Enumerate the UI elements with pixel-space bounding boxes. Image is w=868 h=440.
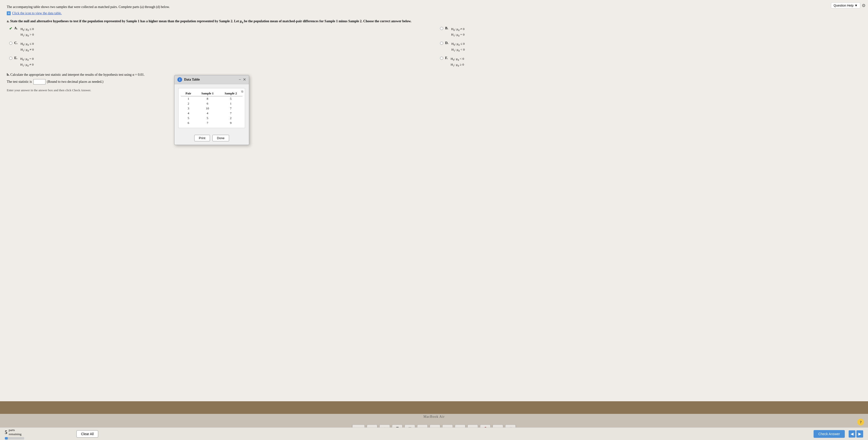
col-header-sample1: Sample 1 [196,91,219,96]
part-a-section: a. State the null and alternative hypoth… [7,19,861,68]
s2-5: 2 [219,116,242,120]
clear-all-button[interactable]: Clear All [76,430,98,438]
data-table-modal[interactable]: i Data Table − ✕ ⧉ Pair Sample 1 S [174,75,249,145]
col-header-pair: Pair [181,91,196,96]
s1-5: 5 [196,116,219,120]
modal-minimize-button[interactable]: − [239,78,241,82]
grid-icon: ⊞ [7,11,11,15]
table-row: 5 5 2 [181,116,242,120]
hypothesis-option-a: ✔ A. H0: μd ≤ 0 H1: μd > 0 [9,26,430,38]
hypothesis-option-f: F. H0: μd < 0 H1: μd ≥ 0 [440,56,861,68]
parts-label: partsremaining [9,428,22,436]
s2-1: 5 [219,96,242,101]
option-b-text[interactable]: H0: μd ≠ 0 H1: μd = 0 [451,26,464,38]
part-b-section: b. Calculate the appropriate test statis… [7,72,861,85]
chevron-down-icon: ▼ [855,4,858,7]
option-f-label: F. [445,56,448,60]
modal-title: Data Table [184,78,237,82]
nav-arrows: ◀ ▶ [849,430,863,438]
s2-2: 1 [219,101,242,106]
top-right-controls: Question Help ▼ ⚙ [831,2,866,8]
s1-3: 10 [196,106,219,111]
option-c-label: C. [14,41,18,45]
info-icon: i [177,77,182,82]
data-table: Pair Sample 1 Sample 2 1 8 5 [181,91,242,125]
main-content: Question Help ▼ ⚙ The accompanying table… [0,0,868,401]
pair-1: 1 [181,96,196,101]
table-row: 6 7 9 [181,120,242,125]
question-help-button[interactable]: Question Help ▼ [831,2,860,8]
pair-4: 4 [181,111,196,116]
table-row: 1 8 5 [181,96,242,101]
progress-bar-fill [5,437,8,440]
progress-bar [5,437,24,440]
settings-button[interactable]: ⚙ [862,3,866,8]
hypothesis-option-e: E. H0: μd = 0 H1: μd ≠ 0 [9,56,430,68]
check-answer-button[interactable]: Check Answer [813,430,845,438]
option-b-label: B. [445,26,448,30]
option-d-label: D. [445,41,448,45]
test-stat-line: The test statistic is (Round to two deci… [7,79,861,85]
s2-3: 7 [219,106,242,111]
modal-body: ⧉ Pair Sample 1 Sample 2 1 [175,84,249,135]
test-stat-input[interactable] [33,79,45,85]
s2-4: 7 [219,111,242,116]
data-table-inner: ⧉ Pair Sample 1 Sample 2 1 [178,88,245,128]
problem-intro: The accompanying table shows two samples… [7,4,861,9]
part-a-label: a. State the null and alternative hypoth… [7,19,861,24]
part-a-text: State the null and alternative hypothese… [10,19,411,23]
hypotheses-options-grid: ✔ A. H0: μd ≤ 0 H1: μd > 0 B. H0: μd ≠ 0… [7,26,861,68]
option-d-text[interactable]: H0: μd ≤ 0 H1: μd < 0 [452,41,465,53]
pair-3: 3 [181,106,196,111]
part-b-text: b. Calculate the appropriate test statis… [7,72,861,77]
radio-b[interactable] [440,27,443,30]
option-c-text[interactable]: H0: μd ≤ 0 H1: μd ≠ 0 [21,41,34,53]
hypothesis-option-b: B. H0: μd ≠ 0 H1: μd = 0 [440,26,861,38]
hypothesis-option-c: C. H0: μd ≤ 0 H1: μd ≠ 0 [9,41,430,53]
modal-header: i Data Table − ✕ [175,75,249,84]
modal-controls: − ✕ [239,78,246,82]
done-button[interactable]: Done [212,135,229,141]
checkmark-a: ✔ [9,26,12,31]
pair-6: 6 [181,120,196,125]
next-arrow-button[interactable]: ▶ [857,430,863,438]
s2-6: 9 [219,120,242,125]
copy-icon[interactable]: ⧉ [241,90,243,93]
bottom-bar: 5 partsremaining Clear All Check Answer … [0,428,868,440]
screen: Question Help ▼ ⚙ The accompanying table… [0,0,868,440]
enter-answer-text: Enter your answer in the answer box and … [7,88,861,92]
option-f-text[interactable]: H0: μd < 0 H1: μd ≥ 0 [451,56,464,68]
radio-d[interactable] [440,41,443,45]
option-e-text[interactable]: H0: μd = 0 H1: μd ≠ 0 [20,56,34,68]
option-a-label: A. [14,26,18,30]
table-row: 3 10 7 [181,106,242,111]
s1-4: 4 [196,111,219,116]
pair-5: 5 [181,116,196,120]
table-row: 4 4 7 [181,111,242,116]
s1-6: 7 [196,120,219,125]
parts-number: 5 [5,429,7,435]
radio-f[interactable] [440,57,443,60]
data-table-link-text[interactable]: Click the icon to view the data table. [12,11,62,15]
prev-arrow-button[interactable]: ◀ [849,430,856,438]
modal-close-button[interactable]: ✕ [243,78,246,82]
option-a-text[interactable]: H0: μd ≤ 0 H1: μd > 0 [21,26,34,38]
hypothesis-option-d: D. H0: μd ≤ 0 H1: μd < 0 [440,41,861,53]
modal-footer: Print Done [175,135,249,145]
table-row: 2 6 1 [181,101,242,106]
pair-2: 2 [181,101,196,106]
s1-1: 8 [196,96,219,101]
col-header-sample2: Sample 2 [219,91,242,96]
parts-remaining: 5 partsremaining [5,428,24,440]
option-e-label: E. [14,56,18,60]
s1-2: 6 [196,101,219,106]
radio-c[interactable] [9,41,12,45]
test-stat-hint: (Round to two decimal places as needed.) [47,80,103,84]
macbook-label: MacBook Air [0,414,868,421]
question-help-label: Question Help [834,4,854,7]
print-button[interactable]: Print [194,135,210,141]
test-stat-text: The test statistic is [7,80,32,84]
help-circle[interactable]: ? [857,419,864,426]
radio-e[interactable] [9,57,12,60]
data-table-link-row: ⊞ Click the icon to view the data table. [7,11,861,15]
